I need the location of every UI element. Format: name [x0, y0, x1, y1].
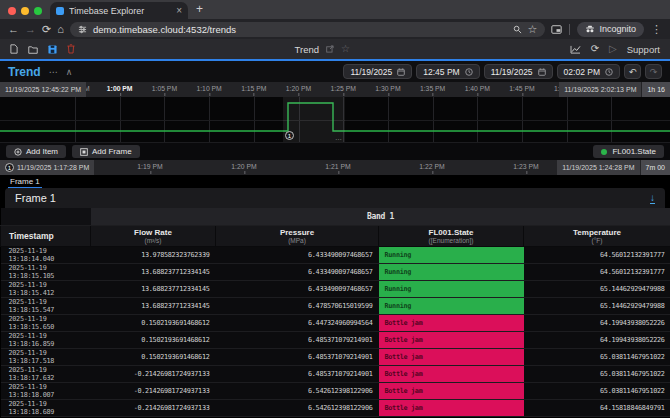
frame-timeline[interactable]: 1:19 PM1:20 PM1:21 PM1:22 PM1:23 PM 1 11…: [0, 160, 670, 175]
cell-value: 6.433490097468657: [216, 246, 379, 263]
timeline-tick: 1:05 PM: [152, 85, 177, 92]
table-row[interactable]: 2025-11-19 13:18:18.007-0.21426981724937…: [1, 382, 670, 399]
refresh-icon[interactable]: ⟳: [591, 44, 599, 54]
trend-collapse-icon[interactable]: ∧: [66, 67, 73, 77]
cell-value: 64.19943938052226: [524, 314, 670, 331]
start-time-value: 12:45 PM: [423, 67, 459, 77]
view-name: Trend: [295, 44, 319, 55]
cell-timestamp: 2025-11-19 13:18:17.632: [1, 365, 91, 382]
table-row[interactable]: 2025-11-19 13:18:18.689-0.21426981724937…: [1, 399, 670, 416]
bookmark-star-icon[interactable]: ☆: [528, 24, 538, 35]
tab-close-icon[interactable]: ×: [176, 5, 182, 16]
frame-end-label: 11/19/2025 1:24:28 PM: [557, 160, 639, 175]
frame-marker-badge[interactable]: 1: [285, 131, 294, 140]
frame-panel-header: Frame 1 ↓: [5, 188, 665, 208]
cell-value: 13.978582323762339: [91, 246, 216, 263]
table-row[interactable]: 2025-11-19 13:18:14.04013.97858232376233…: [1, 246, 670, 263]
url-text[interactable]: demo.timebase.cloud:4532/trends: [93, 24, 507, 35]
col-header-pressure[interactable]: Pressure (MPa): [216, 225, 379, 246]
timeline-tick: 1:20 PM: [231, 163, 256, 170]
cell-value: 64.56012132391777: [524, 263, 670, 280]
cell-value: 64.19943938052226: [524, 331, 670, 348]
download-icon[interactable]: ↓: [650, 193, 655, 204]
back-icon[interactable]: ←: [8, 24, 19, 35]
end-time-picker[interactable]: 02:02 PM: [557, 64, 620, 79]
close-window-button[interactable]: [8, 7, 16, 15]
window-controls[interactable]: [0, 7, 50, 19]
new-file-icon[interactable]: [10, 44, 18, 54]
calendar-icon: [538, 68, 546, 76]
timeline-tick: 1:19 PM: [137, 163, 162, 170]
col-unit: ([Enumeration]): [379, 237, 523, 244]
col-unit: (MPa): [216, 237, 378, 244]
timeline-tick: 1:23 PM: [513, 163, 538, 170]
forward-icon[interactable]: →: [25, 24, 36, 35]
add-item-button[interactable]: Add Item: [6, 145, 66, 158]
table-row[interactable]: 2025-11-19 13:18:15.6500.150219369146861…: [1, 314, 670, 331]
cell-value: 0.1502193691468612: [91, 331, 216, 348]
undo-button[interactable]: ↶: [624, 64, 641, 79]
trend-chart[interactable]: 1 …: [0, 97, 670, 143]
timeline-tick: 1:15 PM: [241, 85, 266, 92]
new-tab-button[interactable]: +: [188, 2, 213, 19]
browser-tab[interactable]: Timebase Explorer ×: [50, 2, 188, 19]
main-timeline[interactable]: 12:55 PM1:00 PM1:05 PM1:10 PM1:15 PM1:20…: [0, 82, 670, 97]
favicon: [56, 7, 64, 15]
export-icon[interactable]: [326, 45, 334, 53]
support-link[interactable]: Support: [627, 44, 660, 55]
table-row[interactable]: 2025-11-19 13:18:16.8590.150219369146861…: [1, 331, 670, 348]
redo-icon: ↷: [650, 67, 658, 77]
cell-state: Bottle jam: [379, 382, 524, 399]
col-label: Temperature: [524, 228, 670, 237]
table-row[interactable]: 2025-11-19 13:18:17.5180.150219369146861…: [1, 348, 670, 365]
col-header-state[interactable]: FL001.State ([Enumeration]): [379, 225, 524, 246]
cell-value: 6.478570615019599: [216, 297, 379, 314]
site-info-icon[interactable]: [78, 25, 87, 34]
pip-window-icon[interactable]: [551, 25, 562, 34]
table-row[interactable]: 2025-11-19 13:18:17.632-0.21426981724937…: [1, 365, 670, 382]
save-icon[interactable]: [48, 45, 57, 54]
delete-icon[interactable]: [67, 44, 75, 54]
frame-resize-handle[interactable]: …: [335, 134, 342, 141]
reload-icon[interactable]: ⟳: [42, 24, 51, 35]
series-legend[interactable]: FL001.State: [593, 145, 664, 158]
play-icon[interactable]: ▷: [609, 44, 617, 54]
frame-data-table: Band 1 Timestamp Flow Rate (m³/s) Pressu…: [0, 208, 670, 417]
table-row[interactable]: 2025-11-19 13:18:15.41213.68823771233414…: [1, 280, 670, 297]
frame-number-badge: 1: [5, 163, 14, 172]
cell-timestamp: 2025-11-19 13:18:15.412: [1, 280, 91, 297]
col-header-timestamp[interactable]: Timestamp: [1, 225, 91, 246]
trend-chart-icon[interactable]: [570, 45, 581, 54]
favorite-star-icon[interactable]: ☆: [341, 44, 350, 54]
start-time-picker[interactable]: 12:45 PM: [416, 64, 479, 79]
cell-timestamp: 2025-11-19 13:18:15.650: [1, 314, 91, 331]
frame-region-overlay[interactable]: 1 …: [283, 97, 345, 142]
end-date-picker[interactable]: 11/19/2025: [484, 64, 553, 79]
address-bar[interactable]: demo.timebase.cloud:4532/trends ☆: [70, 22, 546, 37]
cell-value: 6.542612398122906: [216, 399, 379, 416]
cell-timestamp: 2025-11-19 13:18:17.518: [1, 348, 91, 365]
tab-title: Timebase Explorer: [69, 6, 171, 16]
redo-button[interactable]: ↷: [645, 64, 662, 79]
table-row[interactable]: 2025-11-19 13:18:15.54713.68823771233414…: [1, 297, 670, 314]
cell-value: -0.21426981724937133: [91, 399, 216, 416]
home-icon[interactable]: ⌂: [57, 24, 64, 35]
trend-more-icon[interactable]: ⋯: [49, 67, 58, 77]
col-header-flow-rate[interactable]: Flow Rate (m³/s): [91, 225, 216, 246]
maximize-window-button[interactable]: [34, 7, 42, 15]
col-header-temperature[interactable]: Temperature (°F): [524, 225, 670, 246]
table-row[interactable]: 2025-11-19 13:18:15.10513.68823771233414…: [1, 263, 670, 280]
add-frame-label: Add Frame: [92, 147, 132, 156]
add-frame-button[interactable]: Add Frame: [72, 145, 140, 158]
timeline-end-group: 11/19/2025 2:02:13 PM 1h 16: [559, 82, 670, 97]
start-date-picker[interactable]: 11/19/2025: [343, 64, 412, 79]
band-row: Band 1: [1, 208, 670, 225]
search-icon[interactable]: [513, 25, 522, 34]
screen: Timebase Explorer × + ← → ⟳ ⌂ demo.timeb…: [0, 0, 670, 418]
cell-value: -0.21426981724937133: [91, 382, 216, 399]
end-date-value: 11/19/2025: [491, 67, 533, 77]
minimize-window-button[interactable]: [21, 7, 29, 15]
open-folder-icon[interactable]: [28, 45, 38, 54]
browser-menu-icon[interactable]: ⋮: [651, 24, 662, 35]
cell-value: 13.688237712334145: [91, 280, 216, 297]
